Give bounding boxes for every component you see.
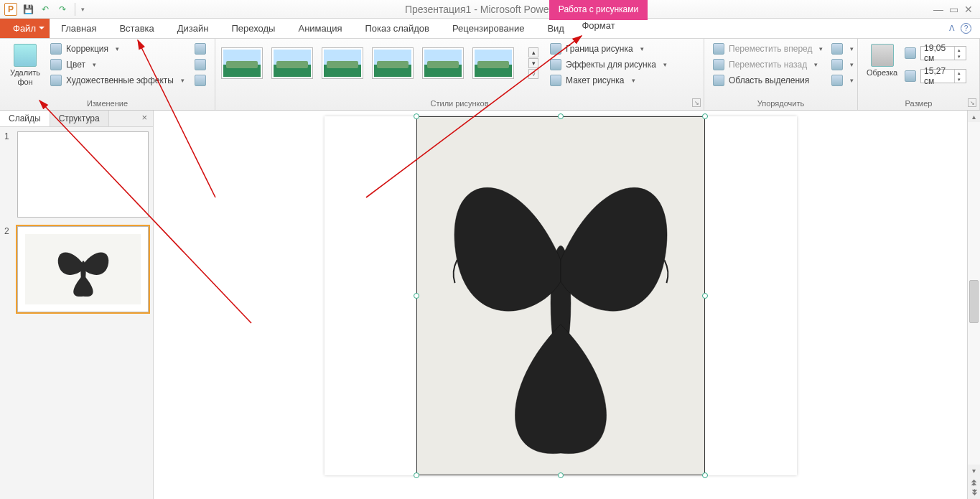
slide-thumb-1[interactable]: 1 [4,131,149,218]
effects-icon [550,59,561,70]
bring-forward-button[interactable]: Переместить вперед [710,42,826,56]
spin-down-icon[interactable]: ▾ [954,76,963,83]
picture-effects-button[interactable]: Эффекты для рисунка [547,57,670,72]
height-value: 19,05 см [924,43,954,63]
styles-dialog-launcher[interactable]: ↘ [692,98,701,107]
artistic-effects-button[interactable]: Художественные эффекты [47,73,187,88]
style-thumb[interactable] [372,47,414,79]
spin-up-icon[interactable]: ▴ [954,70,963,76]
tab-slideshow[interactable]: Показ слайдов [354,19,442,38]
gallery-down-icon[interactable]: ▾ [528,58,538,68]
corrections-button[interactable]: Коррекция [47,42,187,56]
tab-animation[interactable]: Анимация [286,19,353,38]
remove-background-label: Удалить фон [9,68,42,86]
send-backward-label: Переместить назад [729,60,807,70]
group-change-label: Изменение [6,97,209,110]
remove-background-button[interactable]: Удалить фон [6,42,45,88]
collapse-ribbon-icon[interactable]: ᐱ [949,24,955,33]
tab-home[interactable]: Главная [50,19,108,38]
ribbon: Удалить фон Коррекция Цвет Художественны… [0,39,980,111]
size-dialog-launcher[interactable]: ↘ [968,98,976,107]
panel-tab-outline[interactable]: Структура [50,111,109,126]
picture-border-button[interactable]: Граница рисунка [547,42,670,56]
group-styles-label: Стили рисунков [221,97,698,110]
style-thumb[interactable] [422,47,464,79]
style-thumb[interactable] [472,47,514,79]
resize-handle[interactable] [702,472,708,478]
maximize-button[interactable]: ▭ [949,4,958,15]
remove-background-icon [14,44,37,67]
resize-handle[interactable] [558,472,564,478]
send-backward-icon [713,59,724,70]
tab-format[interactable]: Формат [549,19,648,31]
scroll-up-icon[interactable]: ▴ [972,111,976,122]
app-icon[interactable]: P [4,3,17,16]
selected-picture[interactable] [416,116,705,475]
qat-separator [75,3,75,16]
change-picture-button[interactable] [192,57,209,72]
undo-button[interactable]: ↶ [39,3,52,16]
resize-handle[interactable] [414,293,419,299]
resize-handle[interactable] [702,293,708,299]
style-thumb[interactable] [271,47,313,79]
qat-dropdown-icon[interactable]: ▾ [81,6,85,13]
next-slide-icon[interactable]: ⯯ [971,488,978,496]
tab-insert[interactable]: Вставка [108,19,165,38]
picture-styles-gallery[interactable]: ▴ ▾ ▿ [221,42,538,79]
slide-mini[interactable] [17,131,149,218]
compress-pictures-button[interactable] [192,42,209,56]
height-field[interactable]: 19,05 см▴▾ [905,46,966,60]
tab-transitions[interactable]: Переходы [220,19,286,38]
artistic-label: Художественные эффекты [66,75,174,85]
scroll-thumb[interactable] [969,280,979,323]
minimize-button[interactable]: ― [933,4,943,15]
gallery-up-icon[interactable]: ▴ [528,47,538,57]
close-button[interactable]: ✕ [964,4,973,15]
tab-design[interactable]: Дизайн [166,19,220,38]
picture-effects-label: Эффекты для рисунка [566,60,656,70]
resize-handle[interactable] [414,472,419,478]
style-thumb[interactable] [322,47,363,79]
resize-handle[interactable] [702,113,708,119]
spin-up-icon[interactable]: ▴ [954,47,963,53]
resize-handle[interactable] [414,113,419,119]
tab-review[interactable]: Рецензирование [441,19,536,38]
crop-button[interactable]: Обрезка [864,42,900,80]
spin-down-icon[interactable]: ▾ [954,53,963,60]
save-button[interactable]: 💾 [22,3,34,16]
resize-handle[interactable] [558,113,564,119]
panel-tab-slides[interactable]: Слайды [0,111,50,126]
bring-forward-icon [713,43,724,55]
layout-icon [550,75,561,86]
vertical-scrollbar[interactable]: ▴ ▾ ⯭ ⯯ [967,111,980,499]
prev-slide-icon[interactable]: ⯭ [971,479,978,487]
panel-close-icon[interactable]: × [136,111,153,126]
tab-file[interactable]: Файл [0,19,50,38]
current-slide [325,116,797,475]
picture-layout-button[interactable]: Макет рисунка [547,73,670,88]
change-picture-icon [195,59,206,70]
compress-icon [195,43,206,55]
redo-button[interactable]: ↷ [56,3,69,16]
butterfly-icon [51,237,116,302]
color-button[interactable]: Цвет [47,57,187,72]
slide-nav-buttons: ⯭ ⯯ [971,476,978,499]
align-button[interactable] [829,42,857,56]
picture-content [417,117,704,475]
scroll-down-icon[interactable]: ▾ [972,465,976,476]
reset-picture-button[interactable] [192,73,209,88]
rotate-button[interactable] [829,73,857,88]
help-icon[interactable]: ? [961,23,971,34]
group-objects-button[interactable] [829,57,857,72]
slide-thumb-2[interactable]: 2 [4,226,149,312]
group-size: Обрезка 19,05 см▴▾ 15,27 см▴▾ Размер ↘ [858,39,980,110]
width-field[interactable]: 15,27 см▴▾ [905,69,966,83]
selection-pane-button[interactable]: Область выделения [710,73,826,88]
style-thumb[interactable] [221,47,263,79]
slide-canvas[interactable] [154,111,967,499]
gallery-more-icon[interactable]: ▿ [528,69,538,79]
send-backward-button[interactable]: Переместить назад [710,57,826,72]
scroll-track[interactable] [968,122,980,465]
color-icon [50,59,62,70]
slide-mini[interactable] [17,226,149,312]
